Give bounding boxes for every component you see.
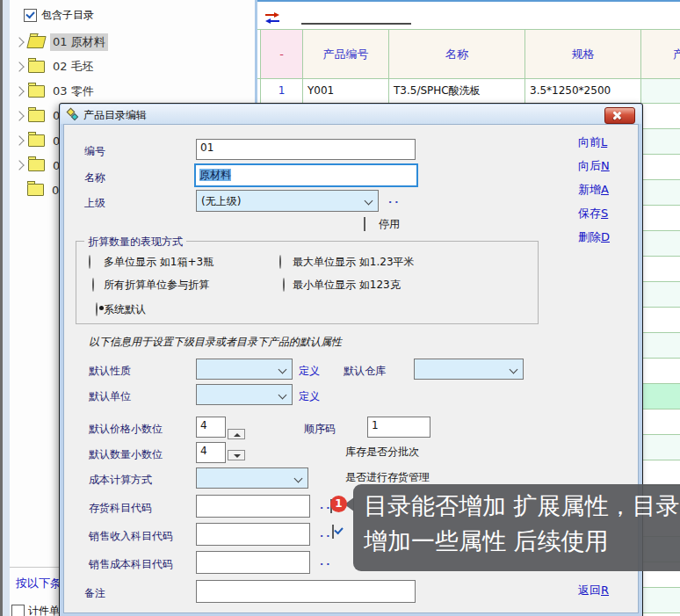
chevron-right-icon[interactable] (14, 86, 24, 96)
table-row[interactable] (642, 205, 680, 230)
chevron-right-icon[interactable] (14, 111, 24, 120)
tree-item-03[interactable]: 03 零件 (10, 81, 97, 102)
radio-multi-unit[interactable] (89, 255, 90, 269)
table-row[interactable] (642, 128, 680, 154)
price-decimals-value: 4 (200, 419, 207, 431)
sales-revenue-account-browse[interactable]: .. (320, 528, 332, 540)
dialog-titlebar[interactable]: 产品目录编辑 (61, 105, 641, 124)
filter-input-underline[interactable] (301, 23, 411, 25)
radio-system-default-label[interactable]: 系统默认 (104, 302, 146, 317)
open-folder-icon (26, 36, 46, 48)
piece-unit-checkbox[interactable] (11, 605, 25, 616)
price-decimals-input[interactable]: 4 (196, 417, 226, 438)
table-row[interactable] (642, 256, 680, 281)
sequence-code-input[interactable]: 1 (367, 417, 430, 438)
chevron-right-icon[interactable] (14, 62, 24, 71)
piece-unit-row[interactable]: 计件单 (11, 604, 60, 616)
table-row[interactable] (642, 307, 680, 332)
row-extra-cell[interactable] (640, 79, 680, 103)
radio-max-unit[interactable] (279, 255, 281, 269)
code-input[interactable]: 01 (196, 139, 416, 160)
name-input[interactable]: 原材料 (194, 163, 418, 187)
radio-multi-unit-label[interactable]: 多单位显示 如1箱+3瓶 (104, 255, 213, 270)
previous-button-text: 向前 (578, 135, 601, 149)
row-spec-cell[interactable]: 3.5*1250*2500 (524, 79, 640, 103)
filter-condition-link[interactable]: 按以下条 (16, 576, 61, 591)
chevron-right-icon[interactable] (14, 37, 24, 47)
radio-min-unit[interactable] (283, 278, 285, 292)
sales-revenue-account-label: 销售收入科目代码 (89, 529, 173, 544)
name-label: 名称 (84, 170, 105, 185)
row-code-cell[interactable]: Y001 (302, 79, 388, 103)
add-button[interactable]: 新增A (578, 182, 609, 198)
table-row[interactable] (642, 409, 680, 434)
radio-all-units-label[interactable]: 所有折算单位参与折算 (104, 278, 209, 293)
save-button[interactable]: 保存S (578, 206, 608, 221)
define-unit-link[interactable]: 定义 (299, 389, 320, 404)
dialog-title: 产品目录编辑 (83, 108, 147, 123)
remark-label: 备注 (84, 586, 105, 601)
table-row[interactable] (642, 230, 680, 256)
tree-item-02[interactable]: 02 毛坯 (10, 56, 97, 77)
column-header-product-code[interactable]: 产品编号 (302, 30, 388, 78)
close-button[interactable] (604, 107, 635, 124)
define-nature-link[interactable]: 定义 (299, 364, 320, 379)
conversion-display-group: 折算数量的表现方式 多单位显示 如1箱+3瓶 最大单位显示 如1.23平米 所有… (76, 241, 539, 324)
sales-cost-account-browse[interactable]: .. (320, 556, 332, 568)
previous-button[interactable]: 向前L (578, 134, 607, 150)
return-button[interactable]: 返回R (578, 583, 609, 598)
table-row[interactable] (642, 434, 680, 460)
parent-dropdown[interactable]: (无上级) (196, 190, 379, 212)
table-row[interactable] (642, 179, 680, 205)
tree-item-label[interactable]: 01 原材料 (50, 33, 108, 51)
table-row[interactable] (642, 612, 680, 616)
sales-cost-account-label: 销售成本科目代码 (89, 557, 173, 572)
name-value-selected: 原材料 (199, 169, 231, 181)
row-name-cell[interactable]: T3.5/SPHC酸洗板 (388, 79, 524, 103)
table-row[interactable]: 1 Y001 T3.5/SPHC酸洗板 3.5*1250*2500 (257, 79, 680, 103)
delete-button[interactable]: 删除D (578, 229, 610, 245)
table-row[interactable] (642, 383, 680, 409)
row-index-cell[interactable]: 1 (260, 79, 302, 103)
table-row[interactable] (642, 587, 680, 612)
sales-revenue-account-input[interactable] (196, 523, 310, 546)
cost-method-dropdown[interactable] (196, 467, 308, 489)
qty-decimals-input[interactable]: 4 (196, 442, 226, 463)
default-nature-dropdown[interactable] (196, 359, 293, 380)
column-header-spec[interactable]: 规格 (524, 30, 640, 78)
default-warehouse-dropdown[interactable] (414, 359, 524, 380)
tree-item-label[interactable]: 02 毛坯 (50, 58, 97, 76)
radio-max-unit-label[interactable]: 最大单位显示 如1.23平米 (293, 255, 415, 270)
chevron-right-icon[interactable] (14, 160, 24, 170)
swap-arrows-icon[interactable] (265, 12, 280, 24)
sales-cost-account-input[interactable] (196, 551, 310, 574)
chevron-down-icon (510, 366, 518, 374)
tree-item-01[interactable]: 01 原材料 (10, 32, 108, 53)
chevron-right-icon[interactable] (14, 135, 24, 145)
table-row[interactable] (642, 154, 680, 179)
table-row[interactable] (642, 460, 680, 485)
next-button[interactable]: 向后N (578, 158, 610, 174)
column-header-name[interactable]: 名称 (388, 30, 524, 78)
radio-system-default[interactable] (96, 302, 98, 316)
disabled-checkbox[interactable] (364, 217, 365, 231)
column-header-selector[interactable]: - (260, 30, 302, 78)
tree-item-label[interactable]: 03 零件 (50, 83, 97, 100)
table-row[interactable] (642, 103, 680, 128)
include-subdir-checkbox[interactable] (24, 9, 37, 22)
inventory-account-input[interactable] (196, 495, 310, 518)
remark-input[interactable] (196, 580, 416, 603)
column-header-next[interactable]: 产 (640, 30, 680, 78)
return-button-key: R (601, 583, 609, 597)
default-unit-dropdown[interactable] (196, 384, 293, 405)
parent-browse-dots[interactable]: .. (388, 194, 401, 206)
radio-all-units[interactable] (92, 278, 94, 292)
table-row[interactable] (642, 281, 680, 307)
folder-icon (28, 134, 45, 147)
spin-up-button[interactable] (228, 429, 245, 439)
table-row[interactable] (642, 332, 680, 358)
include-subdir-row[interactable]: 包含子目录 (24, 8, 94, 23)
radio-min-unit-label[interactable]: 最小单位显示 如123克 (293, 278, 401, 293)
spin-down-button[interactable] (228, 450, 245, 460)
table-row[interactable] (642, 358, 680, 383)
